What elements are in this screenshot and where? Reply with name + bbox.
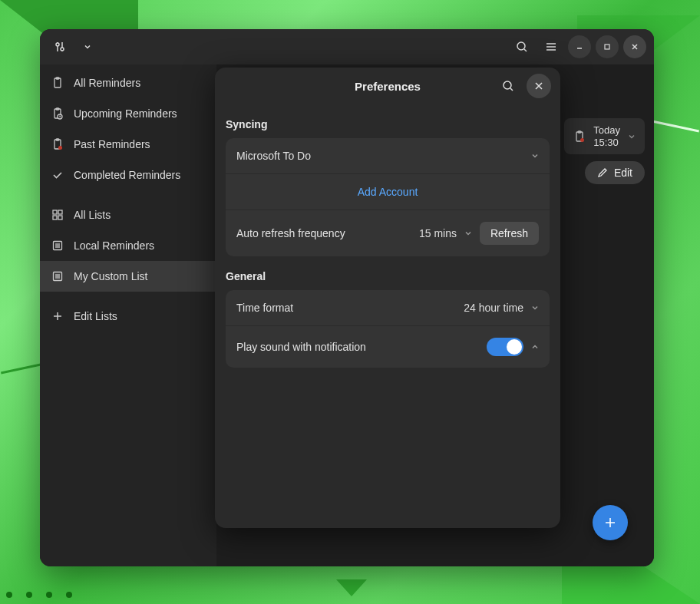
modal-header: Preferences — [215, 68, 560, 104]
modal-close-button[interactable] — [527, 74, 551, 98]
sidebar-item-label: All Lists — [74, 209, 111, 221]
search-button[interactable] — [510, 35, 534, 59]
reminder-time-chip[interactable]: Today 15:30 — [564, 118, 645, 154]
chevron-down-icon — [628, 133, 636, 140]
svg-point-37 — [580, 138, 584, 142]
auto-refresh-label: Auto refresh frequency — [236, 227, 411, 239]
time-value: 15:30 — [593, 137, 620, 149]
edit-pencil-icon — [597, 167, 608, 178]
sidebar-item-label: My Custom List — [74, 270, 147, 282]
sidebar-item-label: Edit Lists — [74, 310, 117, 322]
svg-point-20 — [58, 146, 62, 150]
add-account-button[interactable]: Add Account — [226, 174, 550, 210]
sidebar-item-label: Local Reminders — [74, 239, 154, 252]
svg-line-5 — [524, 49, 527, 51]
edit-label: Edit — [614, 167, 632, 179]
sidebar-item-completed-reminders[interactable]: Completed Reminders — [40, 160, 216, 190]
svg-point-2 — [56, 43, 59, 46]
clipboard-icon — [51, 77, 64, 89]
background-decoration — [6, 592, 72, 598]
sound-notification-row: Play sound with notification — [226, 326, 550, 368]
grid-icon — [51, 209, 64, 221]
time-format-label: Time format — [236, 302, 456, 314]
plus-icon — [51, 311, 64, 322]
view-dropdown-button[interactable] — [75, 35, 100, 59]
syncing-section-title: Syncing — [226, 118, 550, 130]
window-close-button[interactable] — [623, 35, 646, 58]
preferences-modal: Preferences Syncing Microsoft To Do — [215, 68, 560, 528]
svg-line-41 — [510, 88, 513, 91]
toggle-knob — [507, 339, 522, 355]
hamburger-menu-button[interactable] — [539, 35, 563, 59]
hamburger-icon — [545, 41, 557, 52]
chevron-down-icon — [464, 229, 472, 237]
sidebar-item-label: Past Reminders — [74, 138, 150, 150]
sliders-icon — [54, 41, 65, 52]
modal-search-button[interactable] — [496, 74, 520, 98]
close-icon — [534, 81, 543, 91]
svg-rect-10 — [605, 45, 609, 49]
plus-icon — [603, 516, 617, 530]
svg-rect-22 — [58, 210, 62, 214]
sidebar-item-label: Upcoming Reminders — [74, 107, 177, 120]
window-maximize-button[interactable] — [596, 35, 619, 58]
expand-row-button[interactable] — [531, 343, 539, 351]
general-section-title: General — [226, 270, 550, 282]
clipboard-clock-icon — [51, 107, 64, 120]
today-label: Today — [593, 124, 620, 137]
minimize-icon — [576, 43, 583, 51]
time-format-value: 24 hour time — [464, 302, 523, 314]
check-icon — [51, 169, 64, 181]
chevron-down-icon — [84, 43, 91, 51]
refresh-button[interactable]: Refresh — [480, 222, 539, 245]
sidebar-item-all-reminders[interactable]: All Reminders — [40, 68, 216, 98]
provider-value: Microsoft To Do — [236, 150, 523, 162]
sidebar-item-upcoming-reminders[interactable]: Upcoming Reminders — [40, 98, 216, 129]
sidebar-item-label: Completed Reminders — [74, 169, 180, 181]
svg-point-40 — [504, 81, 511, 89]
svg-point-3 — [61, 48, 64, 51]
sidebar-item-label: All Reminders — [74, 77, 140, 89]
search-icon — [516, 41, 528, 53]
search-icon — [502, 80, 514, 92]
svg-rect-23 — [53, 216, 57, 219]
chevron-up-icon — [531, 343, 539, 351]
list-icon — [51, 239, 64, 252]
background-decoration — [336, 579, 367, 596]
auto-refresh-value: 15 mins — [419, 227, 457, 239]
sidebar: All Reminders Upcoming Reminders Past Re… — [40, 64, 216, 566]
clipboard-icon — [573, 130, 586, 143]
provider-dropdown[interactable]: Microsoft To Do — [226, 138, 550, 174]
titlebar — [40, 29, 654, 64]
add-reminder-fab[interactable] — [593, 505, 628, 540]
svg-rect-13 — [54, 78, 61, 87]
app-window: All Reminders Upcoming Reminders Past Re… — [40, 29, 654, 566]
chevron-down-icon — [531, 152, 539, 160]
view-options-button[interactable] — [48, 35, 72, 59]
add-account-label: Add Account — [358, 186, 418, 198]
chevron-down-icon — [531, 304, 539, 312]
maximize-icon — [603, 43, 611, 51]
window-minimize-button[interactable] — [568, 35, 591, 58]
svg-point-4 — [517, 42, 525, 50]
time-format-dropdown[interactable]: Time format 24 hour time — [226, 290, 550, 326]
list-icon — [51, 270, 64, 282]
syncing-group: Microsoft To Do Add Account Auto refresh… — [226, 138, 550, 256]
sound-toggle[interactable] — [487, 338, 523, 356]
auto-refresh-row: Auto refresh frequency 15 mins Refresh — [226, 210, 550, 256]
clipboard-alert-icon — [51, 138, 64, 150]
sound-label: Play sound with notification — [236, 341, 479, 353]
sidebar-item-my-custom-list[interactable]: My Custom List — [40, 261, 216, 292]
sidebar-item-local-reminders[interactable]: Local Reminders — [40, 230, 216, 261]
svg-rect-21 — [53, 210, 57, 214]
sidebar-edit-lists[interactable]: Edit Lists — [40, 301, 216, 332]
general-group: Time format 24 hour time Play sound with… — [226, 290, 550, 368]
edit-reminder-button[interactable]: Edit — [585, 161, 645, 184]
close-icon — [631, 43, 639, 51]
sidebar-item-all-lists[interactable]: All Lists — [40, 200, 216, 230]
sidebar-item-past-reminders[interactable]: Past Reminders — [40, 129, 216, 160]
auto-refresh-dropdown[interactable] — [464, 229, 472, 237]
svg-rect-24 — [58, 216, 62, 219]
